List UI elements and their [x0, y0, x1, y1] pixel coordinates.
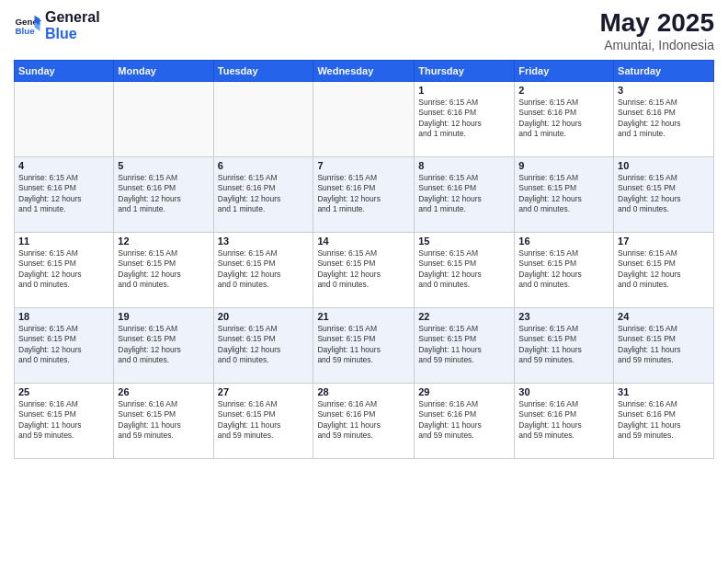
day-number: 15 [418, 236, 510, 247]
calendar-table: Sunday Monday Tuesday Wednesday Thursday… [14, 60, 714, 459]
table-row: 9Sunrise: 6:15 AM Sunset: 6:15 PM Daylig… [515, 156, 614, 232]
day-number: 5 [118, 160, 209, 171]
table-row: 27Sunrise: 6:16 AM Sunset: 6:15 PM Dayli… [213, 383, 313, 458]
table-row [213, 81, 313, 156]
day-info: Sunrise: 6:15 AM Sunset: 6:16 PM Dayligh… [317, 173, 410, 215]
table-row [313, 81, 415, 156]
col-friday: Friday [515, 60, 614, 81]
day-number: 25 [18, 386, 109, 397]
day-info: Sunrise: 6:15 AM Sunset: 6:15 PM Dayligh… [418, 248, 510, 291]
day-info: Sunrise: 6:16 AM Sunset: 6:16 PM Dayligh… [317, 399, 410, 442]
table-row: 7Sunrise: 6:15 AM Sunset: 6:16 PM Daylig… [313, 156, 415, 232]
day-info: Sunrise: 6:15 AM Sunset: 6:16 PM Dayligh… [118, 173, 209, 215]
day-number: 30 [518, 386, 609, 397]
logo: General Blue General Blue [14, 9, 100, 41]
table-row: 31Sunrise: 6:16 AM Sunset: 6:16 PM Dayli… [614, 383, 714, 458]
svg-text:Blue: Blue [16, 26, 36, 36]
day-info: Sunrise: 6:15 AM Sunset: 6:15 PM Dayligh… [618, 173, 710, 215]
page: General Blue General Blue May 2025 Amunt… [0, 0, 728, 563]
day-number: 19 [118, 311, 209, 322]
day-info: Sunrise: 6:15 AM Sunset: 6:15 PM Dayligh… [118, 248, 209, 291]
logo-blue: Blue [45, 26, 100, 42]
day-number: 3 [618, 85, 710, 96]
table-row: 3Sunrise: 6:15 AM Sunset: 6:16 PM Daylig… [614, 81, 714, 156]
calendar-week-row: 1Sunrise: 6:15 AM Sunset: 6:16 PM Daylig… [15, 81, 714, 156]
table-row: 30Sunrise: 6:16 AM Sunset: 6:16 PM Dayli… [515, 383, 614, 458]
table-row: 28Sunrise: 6:16 AM Sunset: 6:16 PM Dayli… [313, 383, 415, 458]
day-info: Sunrise: 6:15 AM Sunset: 6:16 PM Dayligh… [518, 98, 609, 140]
table-row: 6Sunrise: 6:15 AM Sunset: 6:16 PM Daylig… [213, 156, 313, 232]
day-number: 13 [218, 236, 310, 247]
day-info: Sunrise: 6:15 AM Sunset: 6:15 PM Dayligh… [18, 324, 109, 366]
day-info: Sunrise: 6:15 AM Sunset: 6:15 PM Dayligh… [317, 324, 410, 366]
day-number: 7 [317, 160, 410, 171]
day-info: Sunrise: 6:15 AM Sunset: 6:15 PM Dayligh… [618, 248, 710, 291]
day-number: 18 [18, 311, 109, 322]
day-number: 29 [418, 386, 510, 397]
table-row: 21Sunrise: 6:15 AM Sunset: 6:15 PM Dayli… [313, 307, 415, 383]
day-info: Sunrise: 6:15 AM Sunset: 6:15 PM Dayligh… [518, 324, 609, 366]
day-number: 23 [518, 311, 609, 322]
calendar-week-row: 4Sunrise: 6:15 AM Sunset: 6:16 PM Daylig… [15, 156, 714, 232]
table-row: 15Sunrise: 6:15 AM Sunset: 6:15 PM Dayli… [415, 232, 515, 307]
table-row: 23Sunrise: 6:15 AM Sunset: 6:15 PM Dayli… [515, 307, 614, 383]
day-info: Sunrise: 6:15 AM Sunset: 6:15 PM Dayligh… [218, 248, 310, 291]
month-year: May 2025 [599, 9, 714, 38]
col-saturday: Saturday [614, 60, 714, 81]
day-info: Sunrise: 6:15 AM Sunset: 6:16 PM Dayligh… [18, 173, 109, 215]
page-header: General Blue General Blue May 2025 Amunt… [14, 9, 714, 52]
col-wednesday: Wednesday [313, 60, 415, 81]
table-row: 17Sunrise: 6:15 AM Sunset: 6:15 PM Dayli… [614, 232, 714, 307]
day-number: 11 [18, 236, 109, 247]
table-row: 29Sunrise: 6:16 AM Sunset: 6:16 PM Dayli… [415, 383, 515, 458]
day-number: 8 [418, 160, 510, 171]
table-row: 18Sunrise: 6:15 AM Sunset: 6:15 PM Dayli… [15, 307, 114, 383]
day-info: Sunrise: 6:16 AM Sunset: 6:16 PM Dayligh… [618, 399, 710, 442]
location: Amuntai, Indonesia [599, 38, 714, 52]
table-row: 24Sunrise: 6:15 AM Sunset: 6:15 PM Dayli… [614, 307, 714, 383]
table-row: 1Sunrise: 6:15 AM Sunset: 6:16 PM Daylig… [415, 81, 515, 156]
col-sunday: Sunday [15, 60, 114, 81]
day-info: Sunrise: 6:15 AM Sunset: 6:15 PM Dayligh… [618, 324, 710, 366]
day-info: Sunrise: 6:16 AM Sunset: 6:15 PM Dayligh… [18, 399, 109, 442]
table-row [114, 81, 213, 156]
day-number: 9 [518, 160, 609, 171]
day-info: Sunrise: 6:15 AM Sunset: 6:15 PM Dayligh… [518, 248, 609, 291]
table-row: 2Sunrise: 6:15 AM Sunset: 6:16 PM Daylig… [515, 81, 614, 156]
day-info: Sunrise: 6:16 AM Sunset: 6:15 PM Dayligh… [218, 399, 310, 442]
day-number: 10 [618, 160, 710, 171]
table-row: 26Sunrise: 6:16 AM Sunset: 6:15 PM Dayli… [114, 383, 213, 458]
table-row: 10Sunrise: 6:15 AM Sunset: 6:15 PM Dayli… [614, 156, 714, 232]
day-info: Sunrise: 6:15 AM Sunset: 6:15 PM Dayligh… [118, 324, 209, 366]
day-number: 31 [618, 386, 710, 397]
day-number: 2 [518, 85, 609, 96]
day-number: 28 [317, 386, 410, 397]
table-row: 8Sunrise: 6:15 AM Sunset: 6:16 PM Daylig… [415, 156, 515, 232]
day-number: 26 [118, 386, 209, 397]
table-row: 19Sunrise: 6:15 AM Sunset: 6:15 PM Dayli… [114, 307, 213, 383]
day-number: 14 [317, 236, 410, 247]
col-monday: Monday [114, 60, 213, 81]
day-info: Sunrise: 6:16 AM Sunset: 6:16 PM Dayligh… [518, 399, 609, 442]
table-row: 25Sunrise: 6:16 AM Sunset: 6:15 PM Dayli… [15, 383, 114, 458]
day-info: Sunrise: 6:15 AM Sunset: 6:15 PM Dayligh… [518, 173, 609, 215]
day-info: Sunrise: 6:15 AM Sunset: 6:16 PM Dayligh… [218, 173, 310, 215]
day-info: Sunrise: 6:15 AM Sunset: 6:15 PM Dayligh… [218, 324, 310, 366]
table-row: 11Sunrise: 6:15 AM Sunset: 6:15 PM Dayli… [15, 232, 114, 307]
title-block: May 2025 Amuntai, Indonesia [599, 9, 714, 52]
table-row: 5Sunrise: 6:15 AM Sunset: 6:16 PM Daylig… [114, 156, 213, 232]
calendar-week-row: 11Sunrise: 6:15 AM Sunset: 6:15 PM Dayli… [15, 232, 714, 307]
day-info: Sunrise: 6:15 AM Sunset: 6:15 PM Dayligh… [418, 324, 510, 366]
table-row: 12Sunrise: 6:15 AM Sunset: 6:15 PM Dayli… [114, 232, 213, 307]
table-row: 22Sunrise: 6:15 AM Sunset: 6:15 PM Dayli… [415, 307, 515, 383]
day-number: 1 [418, 85, 510, 96]
day-number: 20 [218, 311, 310, 322]
day-number: 12 [118, 236, 209, 247]
table-row [15, 81, 114, 156]
day-number: 4 [18, 160, 109, 171]
col-tuesday: Tuesday [213, 60, 313, 81]
table-row: 14Sunrise: 6:15 AM Sunset: 6:15 PM Dayli… [313, 232, 415, 307]
day-info: Sunrise: 6:15 AM Sunset: 6:16 PM Dayligh… [418, 173, 510, 215]
calendar-week-row: 25Sunrise: 6:16 AM Sunset: 6:15 PM Dayli… [15, 383, 714, 458]
day-number: 6 [218, 160, 310, 171]
